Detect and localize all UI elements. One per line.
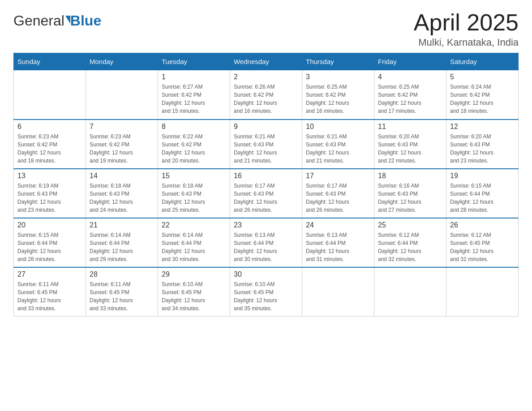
calendar-cell: [302, 267, 374, 317]
calendar-cell: 25Sunrise: 6:12 AMSunset: 6:44 PMDayligh…: [374, 218, 446, 267]
calendar-cell: 10Sunrise: 6:21 AMSunset: 6:43 PMDayligh…: [302, 120, 374, 169]
calendar-cell: 1Sunrise: 6:27 AMSunset: 6:42 PMDaylight…: [158, 70, 230, 120]
weekday-header-monday: Monday: [86, 53, 158, 70]
calendar-cell: 30Sunrise: 6:10 AMSunset: 6:45 PMDayligh…: [230, 267, 302, 317]
day-info: Sunrise: 6:16 AMSunset: 6:43 PMDaylight:…: [378, 182, 442, 214]
calendar-cell: 29Sunrise: 6:10 AMSunset: 6:45 PMDayligh…: [158, 267, 230, 317]
calendar-cell: [14, 70, 86, 120]
day-number: 15: [162, 172, 226, 180]
day-number: 13: [17, 172, 82, 180]
calendar-week-row: 6Sunrise: 6:23 AMSunset: 6:42 PMDaylight…: [14, 120, 519, 169]
day-number: 5: [450, 73, 515, 81]
day-number: 25: [378, 221, 442, 229]
day-number: 6: [17, 123, 82, 131]
day-number: 17: [306, 172, 370, 180]
day-info: Sunrise: 6:10 AMSunset: 6:45 PMDaylight:…: [234, 280, 298, 313]
calendar-cell: 8Sunrise: 6:22 AMSunset: 6:42 PMDaylight…: [158, 120, 230, 169]
day-info: Sunrise: 6:13 AMSunset: 6:44 PMDaylight:…: [306, 231, 370, 263]
day-number: 1: [162, 73, 226, 81]
calendar-cell: 4Sunrise: 6:25 AMSunset: 6:42 PMDaylight…: [374, 70, 446, 120]
day-info: Sunrise: 6:18 AMSunset: 6:43 PMDaylight:…: [162, 182, 226, 214]
day-info: Sunrise: 6:14 AMSunset: 6:44 PMDaylight:…: [162, 231, 226, 263]
day-number: 30: [234, 270, 298, 278]
day-info: Sunrise: 6:15 AMSunset: 6:44 PMDaylight:…: [17, 231, 82, 263]
calendar-cell: 21Sunrise: 6:14 AMSunset: 6:44 PMDayligh…: [86, 218, 158, 267]
calendar-cell: [446, 267, 519, 317]
day-info: Sunrise: 6:21 AMSunset: 6:43 PMDaylight:…: [234, 133, 298, 165]
calendar-cell: 2Sunrise: 6:26 AMSunset: 6:42 PMDaylight…: [230, 70, 302, 120]
calendar-cell: 7Sunrise: 6:23 AMSunset: 6:42 PMDaylight…: [86, 120, 158, 169]
calendar-cell: 11Sunrise: 6:20 AMSunset: 6:43 PMDayligh…: [374, 120, 446, 169]
day-number: 28: [90, 270, 154, 278]
weekday-header-wednesday: Wednesday: [230, 53, 302, 70]
day-info: Sunrise: 6:15 AMSunset: 6:44 PMDaylight:…: [450, 182, 515, 214]
weekday-header-saturday: Saturday: [446, 53, 519, 70]
day-number: 11: [378, 123, 442, 131]
calendar-cell: 12Sunrise: 6:20 AMSunset: 6:43 PMDayligh…: [446, 120, 519, 169]
day-info: Sunrise: 6:17 AMSunset: 6:43 PMDaylight:…: [234, 182, 298, 214]
day-number: 20: [17, 221, 82, 229]
month-title: April 2025: [414, 9, 519, 36]
calendar-cell: 23Sunrise: 6:13 AMSunset: 6:44 PMDayligh…: [230, 218, 302, 267]
logo-general: General: [13, 13, 64, 29]
day-number: 9: [234, 123, 298, 131]
day-info: Sunrise: 6:27 AMSunset: 6:42 PMDaylight:…: [162, 83, 226, 115]
day-info: Sunrise: 6:17 AMSunset: 6:43 PMDaylight:…: [306, 182, 370, 214]
calendar-cell: [86, 70, 158, 120]
day-number: 2: [234, 73, 298, 81]
calendar: SundayMondayTuesdayWednesdayThursdayFrid…: [13, 53, 519, 317]
day-number: 22: [162, 221, 226, 229]
day-info: Sunrise: 6:26 AMSunset: 6:42 PMDaylight:…: [234, 83, 298, 115]
day-number: 3: [306, 73, 370, 81]
day-number: 14: [90, 172, 154, 180]
calendar-cell: 13Sunrise: 6:19 AMSunset: 6:43 PMDayligh…: [14, 169, 86, 218]
logo: General Blue: [13, 13, 101, 28]
weekday-header-sunday: Sunday: [14, 53, 86, 70]
day-info: Sunrise: 6:24 AMSunset: 6:42 PMDaylight:…: [450, 83, 515, 115]
calendar-cell: 24Sunrise: 6:13 AMSunset: 6:44 PMDayligh…: [302, 218, 374, 267]
day-number: 23: [234, 221, 298, 229]
weekday-header-friday: Friday: [374, 53, 446, 70]
calendar-week-row: 20Sunrise: 6:15 AMSunset: 6:44 PMDayligh…: [14, 218, 519, 267]
day-info: Sunrise: 6:12 AMSunset: 6:45 PMDaylight:…: [450, 231, 515, 263]
day-number: 19: [450, 172, 515, 180]
day-number: 24: [306, 221, 370, 229]
calendar-cell: 14Sunrise: 6:18 AMSunset: 6:43 PMDayligh…: [86, 169, 158, 218]
day-number: 7: [90, 123, 154, 131]
day-info: Sunrise: 6:11 AMSunset: 6:45 PMDaylight:…: [17, 280, 82, 313]
day-info: Sunrise: 6:20 AMSunset: 6:43 PMDaylight:…: [378, 133, 442, 165]
weekday-header-thursday: Thursday: [302, 53, 374, 70]
day-info: Sunrise: 6:23 AMSunset: 6:42 PMDaylight:…: [90, 133, 154, 165]
day-info: Sunrise: 6:19 AMSunset: 6:43 PMDaylight:…: [17, 182, 82, 214]
calendar-cell: 28Sunrise: 6:11 AMSunset: 6:45 PMDayligh…: [86, 267, 158, 317]
day-number: 21: [90, 221, 154, 229]
calendar-cell: 22Sunrise: 6:14 AMSunset: 6:44 PMDayligh…: [158, 218, 230, 267]
day-info: Sunrise: 6:23 AMSunset: 6:42 PMDaylight:…: [17, 133, 82, 165]
day-info: Sunrise: 6:13 AMSunset: 6:44 PMDaylight:…: [234, 231, 298, 263]
day-number: 8: [162, 123, 226, 131]
day-number: 4: [378, 73, 442, 81]
calendar-cell: 18Sunrise: 6:16 AMSunset: 6:43 PMDayligh…: [374, 169, 446, 218]
day-info: Sunrise: 6:18 AMSunset: 6:43 PMDaylight:…: [90, 182, 154, 214]
day-info: Sunrise: 6:22 AMSunset: 6:42 PMDaylight:…: [162, 133, 226, 165]
day-info: Sunrise: 6:25 AMSunset: 6:42 PMDaylight:…: [306, 83, 370, 115]
weekday-header-row: SundayMondayTuesdayWednesdayThursdayFrid…: [14, 53, 519, 70]
page-header: General Blue April 2025 Mulki, Karnataka…: [13, 9, 519, 48]
day-number: 29: [162, 270, 226, 278]
weekday-header-tuesday: Tuesday: [158, 53, 230, 70]
day-info: Sunrise: 6:10 AMSunset: 6:45 PMDaylight:…: [162, 280, 226, 313]
calendar-cell: 17Sunrise: 6:17 AMSunset: 6:43 PMDayligh…: [302, 169, 374, 218]
calendar-cell: [374, 267, 446, 317]
day-info: Sunrise: 6:20 AMSunset: 6:43 PMDaylight:…: [450, 133, 515, 165]
calendar-cell: 3Sunrise: 6:25 AMSunset: 6:42 PMDaylight…: [302, 70, 374, 120]
day-info: Sunrise: 6:25 AMSunset: 6:42 PMDaylight:…: [378, 83, 442, 115]
logo-triangle: [65, 16, 70, 24]
calendar-cell: 26Sunrise: 6:12 AMSunset: 6:45 PMDayligh…: [446, 218, 519, 267]
calendar-cell: 15Sunrise: 6:18 AMSunset: 6:43 PMDayligh…: [158, 169, 230, 218]
location: Mulki, Karnataka, India: [414, 37, 519, 48]
day-number: 26: [450, 221, 515, 229]
calendar-cell: 20Sunrise: 6:15 AMSunset: 6:44 PMDayligh…: [14, 218, 86, 267]
calendar-cell: 5Sunrise: 6:24 AMSunset: 6:42 PMDaylight…: [446, 70, 519, 120]
day-number: 18: [378, 172, 442, 180]
calendar-cell: 19Sunrise: 6:15 AMSunset: 6:44 PMDayligh…: [446, 169, 519, 218]
